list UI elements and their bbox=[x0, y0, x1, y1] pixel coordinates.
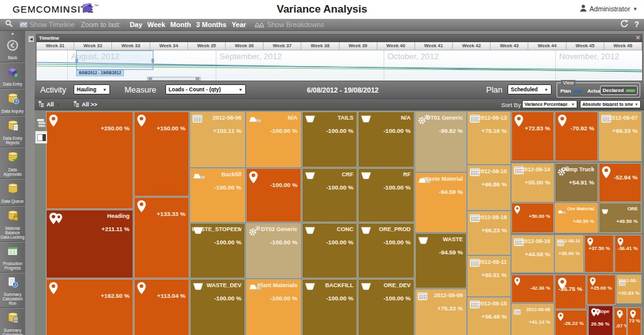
sort-field-select[interactable]: Variance Percentage (%)▼ bbox=[522, 100, 577, 108]
treemap-tile[interactable]: -36.41 % bbox=[615, 236, 641, 272]
sidebar-item-summary-calculation-sheets[interactable]: Summary Calculation Sheets bbox=[0, 308, 25, 335]
tile-variance-value: +211.11 % bbox=[48, 225, 130, 232]
treemap-tile-2012-08-06[interactable]: 2012-08-06+102.11 % bbox=[191, 112, 245, 167]
timeline-scrollbar[interactable] bbox=[147, 77, 201, 81]
selection-right-handle[interactable] bbox=[152, 59, 154, 63]
zoom-option-day[interactable]: Day bbox=[130, 21, 142, 28]
treemap-tile[interactable]: +50.00 % bbox=[512, 203, 553, 232]
detail-view-button[interactable] bbox=[35, 131, 47, 144]
timeline-collapse-button[interactable]: ◀ bbox=[28, 35, 35, 43]
search-icon[interactable] bbox=[5, 19, 13, 30]
sidebar-item-summary-calculation-run[interactable]: iSummary Calculation Run bbox=[0, 273, 25, 308]
zoom-option-3-months[interactable]: 3 Months bbox=[196, 21, 226, 28]
treemap-tile[interactable]: +72.83 % bbox=[512, 112, 553, 161]
tile-label: 2012-08-06 bbox=[192, 115, 242, 121]
sort-order-select[interactable]: Absolute biggest to smallest▼ bbox=[580, 100, 641, 108]
treemap-tile-2012-08-15[interactable]: 2012-08-15+56.49 % bbox=[468, 298, 510, 335]
plan-select[interactable]: Scheduled▼ bbox=[508, 84, 552, 94]
treemap-tile[interactable]: +150.00 % bbox=[135, 112, 189, 196]
user-menu[interactable]: Administrator ▼ bbox=[580, 4, 638, 13]
treemap-tile[interactable]: -26.22 % bbox=[555, 310, 587, 335]
treemap-tile-2012-08-13[interactable]: 2012-08-13+75.16 % bbox=[468, 112, 510, 164]
treemap-tile-2012-08-09[interactable]: 2012-08-09+75.33 % bbox=[416, 290, 466, 335]
treemap-tile-waste-material[interactable]: Waste Material-94.59 % bbox=[416, 173, 466, 232]
tile-label: 2012-08-18 bbox=[557, 238, 580, 244]
treemap-tile[interactable]: +133.33 % bbox=[135, 198, 189, 278]
treemap-tile[interactable]: +162.50 % bbox=[47, 280, 133, 335]
treemap-tile-plant-materials[interactable]: Plant Materials-100.00 % bbox=[247, 280, 301, 335]
treemap-tile-dt02-generic[interactable]: DT02 Generic-100.00 % bbox=[247, 224, 301, 278]
treemap-tile-crf[interactable]: CRF-100.00 % bbox=[303, 169, 357, 222]
treemap-tile-waste-stopeempty[interactable]: WASTE_STOPEEMPTY-100.00 % bbox=[191, 224, 245, 278]
view-declared-button[interactable]: Declared bbox=[600, 86, 638, 95]
treemap-tile[interactable]: +113.04 % bbox=[135, 280, 189, 335]
treemap-tile[interactable]: +37.50 % bbox=[585, 236, 613, 272]
treemap-tile-ore-dev[interactable]: ORE_DEV-100.00 % bbox=[358, 280, 414, 335]
timeline-panel: Timeline ✕ Week 31Week 32Week 33Week 34W… bbox=[36, 34, 643, 81]
month-label: September, 2012 bbox=[219, 52, 282, 61]
treemap-tile-conc[interactable]: CONC-100.00 % bbox=[303, 224, 357, 278]
sidebar-item-data-inquiry[interactable]: ?Data Inquiry bbox=[0, 89, 25, 116]
sidebar-item-back[interactable]: Back bbox=[0, 37, 25, 62]
show-timeline-button[interactable]: Show Timeline bbox=[19, 21, 75, 28]
sidebar-item-data-approvals[interactable]: Data Approvals bbox=[0, 147, 25, 179]
tile-label: ORE_DEV bbox=[360, 282, 411, 288]
sidebar-item-data-queue[interactable]: Data Queue bbox=[0, 179, 25, 206]
treemap-tile-dt01-generic[interactable]: DT01 Generic-99.82 % bbox=[416, 112, 466, 171]
treemap-tile-tails[interactable]: TAILS-100.00 % bbox=[303, 112, 357, 167]
treemap-tile[interactable]: +250.00 % bbox=[47, 112, 133, 208]
treemap-tile-stope[interactable]: Stope20.56 % bbox=[589, 306, 613, 335]
treemap-tile-2012-08-12[interactable]: 2012-08-12+20.83 % bbox=[617, 275, 641, 303]
treemap-tile-2012-08-14[interactable]: 2012-08-14+55.00 % bbox=[512, 164, 553, 202]
sidebar-scroll-up-icon[interactable]: ▲ bbox=[0, 31, 25, 37]
zoom-option-year[interactable]: Year bbox=[231, 21, 246, 28]
treemap-tile-backfill[interactable]: Backfill-100.00 % bbox=[191, 169, 245, 222]
treemap-tile-ore[interactable]: ORE+49.50 % bbox=[599, 203, 641, 232]
sidebar-item-data-entry-rejects[interactable]: Data Entry Rejects bbox=[0, 116, 25, 147]
treemap-tile-2012-08-10[interactable]: 2012-08-10+66.86 % bbox=[468, 166, 510, 210]
treemap-tile[interactable]: -42.36 % bbox=[512, 275, 553, 302]
close-icon[interactable]: ✕ bbox=[635, 35, 640, 41]
hierarchy-view-button[interactable] bbox=[35, 116, 47, 129]
treemap-tile-ore-material[interactable]: Ore Material+49.50 % bbox=[555, 203, 597, 232]
treemap-tile-2012-08-07[interactable]: 2012-08-07+69.33 % bbox=[599, 112, 641, 161]
treemap-tile-2012-08-19[interactable]: 2012-08-19+66.23 % bbox=[468, 212, 510, 254]
treemap-tile[interactable]: -52.94 % bbox=[599, 164, 641, 202]
treemap-tile-a[interactable]: A.07 % bbox=[614, 308, 626, 335]
sort-by-label: Sort By bbox=[501, 101, 521, 108]
treemap-tile-dump-truck[interactable]: Dump Truck+54.91 % bbox=[555, 164, 597, 202]
tile-label: ORE_PROD bbox=[360, 226, 411, 232]
filter-all-1[interactable]: All▼ bbox=[38, 101, 60, 108]
sidebar-item-production-progress[interactable]: Production Progress bbox=[0, 242, 25, 273]
treemap-tile[interactable]: +25.00 % bbox=[587, 275, 615, 304]
filter-all-2[interactable]: All >> bbox=[74, 101, 97, 108]
treemap-tile-2012-08-08[interactable]: 2012-08-08+41.14 % bbox=[512, 304, 553, 335]
treemap-tile[interactable]: -70.92 % bbox=[555, 112, 597, 161]
treemap-tile[interactable]: 73 % bbox=[628, 308, 641, 335]
treemap-tile-2012-08-18[interactable]: 2012-08-18+38.06 % bbox=[555, 236, 583, 272]
zoom-option-month[interactable]: Month bbox=[170, 21, 191, 28]
treemap-tile-n-a[interactable]: N/A-100.00 % bbox=[247, 112, 301, 167]
treemap-tile[interactable]: -35.75 % bbox=[555, 275, 586, 309]
treemap-tile[interactable]: -100.00 % bbox=[247, 169, 301, 222]
treemap-tile-heading[interactable]: Heading+211.11 % bbox=[47, 210, 133, 278]
treemap-tile-rf[interactable]: RF-100.00 % bbox=[358, 169, 414, 222]
treemap-tile-waste-dev[interactable]: WASTE_DEV-100.00 % bbox=[191, 280, 245, 335]
sidebar-item-material-balance-data-locking[interactable]: Material Balance Data Locking bbox=[0, 206, 25, 242]
measure-select[interactable]: Loads - Count - (qty)▼ bbox=[165, 84, 246, 94]
tile-variance-value: -100.00 % bbox=[360, 239, 411, 246]
help-button[interactable]: ? bbox=[635, 20, 639, 29]
zoom-option-week[interactable]: Week bbox=[147, 21, 165, 28]
treemap-tile-2012-08-16[interactable]: 2012-08-16+44.58 % bbox=[512, 236, 553, 272]
treemap-tile-waste[interactable]: WASTE-94.59 % bbox=[416, 234, 466, 288]
activity-select[interactable]: Hauling▼ bbox=[74, 84, 110, 94]
treemap-tile-backfill[interactable]: BACKFILL-100.00 % bbox=[303, 280, 357, 335]
week-cell: Week 36 bbox=[226, 42, 264, 50]
treemap-tile-ore-prod[interactable]: ORE_PROD-100.00 % bbox=[358, 224, 414, 278]
treemap-tile-n-a[interactable]: N/A-100.00 % bbox=[358, 112, 414, 167]
sidebar-item-data-entry[interactable]: Data Entry bbox=[0, 62, 25, 89]
week-cell: Week 34 bbox=[150, 42, 188, 50]
show-breakdowns-button[interactable]: Show Breakdowns bbox=[255, 21, 324, 28]
refresh-icon[interactable] bbox=[620, 19, 629, 30]
treemap-tile-2012-08-11[interactable]: 2012-08-11+60.51 % bbox=[468, 256, 510, 296]
